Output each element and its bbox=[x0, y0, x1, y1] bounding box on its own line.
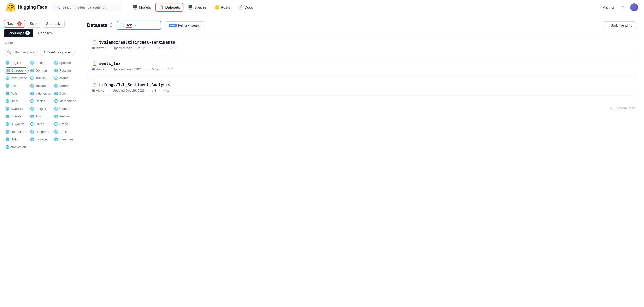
lang-item-arabic[interactable]: 🌐Arabic bbox=[52, 75, 78, 81]
lang-item-bulgarian[interactable]: 🌐Bulgarian bbox=[4, 121, 29, 127]
lang-item-vietnamese[interactable]: 🌐Vietnamese bbox=[52, 98, 78, 104]
language-filter-input[interactable]: 🔍 bbox=[4, 49, 38, 56]
lang-label: Catalan bbox=[59, 107, 70, 111]
sort-button[interactable]: ↑↓ Sort: Trending bbox=[602, 21, 636, 29]
lang-item-greek[interactable]: 🌐Greek bbox=[52, 121, 78, 127]
lang-item-russian[interactable]: 🌐Russian bbox=[52, 67, 78, 73]
nav-item-datasets[interactable]: 📋 Datasets bbox=[155, 3, 183, 11]
lang-item-thai[interactable]: 🌐Thai bbox=[29, 113, 52, 119]
table-icon: ⊞ bbox=[92, 67, 95, 71]
hamburger-menu[interactable]: ≡ bbox=[620, 3, 626, 11]
lang-item-urdu[interactable]: 🌐Urdu bbox=[4, 136, 29, 142]
globe-icon: 🌐 bbox=[6, 99, 10, 103]
dataset-name: 📋 tyqiangz/multilingual-sentiments bbox=[92, 40, 631, 45]
tab-languages-label: Languages bbox=[8, 31, 24, 35]
active-search-box[interactable]: 📄 sen × bbox=[116, 21, 161, 30]
docs-icon: 📄 bbox=[238, 5, 243, 10]
lang-item-italian[interactable]: 🌐Italian bbox=[4, 83, 29, 89]
lang-item-bengali[interactable]: 🌐Bengali bbox=[29, 106, 52, 112]
lang-item-english[interactable]: 🌐English bbox=[4, 60, 29, 66]
language-search-input[interactable] bbox=[12, 50, 34, 54]
separator: • bbox=[163, 67, 164, 71]
globe-icon: 🌐 bbox=[6, 69, 10, 72]
likes-count: 35 bbox=[174, 46, 177, 50]
reset-languages-button[interactable]: ↺ Reset Languages bbox=[40, 49, 75, 56]
lang-item-japanese[interactable]: 🌐Japanese bbox=[29, 83, 52, 89]
lang-item-dutch[interactable]: 🌐Dutch bbox=[52, 90, 78, 96]
lang-item-hungarian[interactable]: 🌐Hungarian bbox=[29, 129, 52, 135]
tab-licenses-label: Licenses bbox=[38, 31, 52, 35]
lang-remove-icon[interactable]: × bbox=[25, 69, 26, 72]
lang-item-catalan[interactable]: 🌐Catalan bbox=[52, 106, 78, 112]
lang-label: Persian bbox=[59, 114, 70, 118]
globe-icon: 🌐 bbox=[30, 137, 34, 141]
global-search[interactable]: 🔍 bbox=[53, 4, 122, 11]
lang-label: Romanian bbox=[10, 130, 25, 133]
dataset-card-tvl-sentiment[interactable]: 📋 scfengv/TVL_Sentiment_Analysis ⊞ Viewe… bbox=[87, 78, 636, 96]
tab-tasks-label: Tasks bbox=[8, 22, 16, 26]
filter-tabs: Tasks 1 Sizes Sub-tasks Languages 1 Lice… bbox=[4, 20, 75, 37]
lang-item-spanish[interactable]: 🌐Spanish bbox=[52, 60, 78, 66]
dataset-title: senti_lex bbox=[99, 61, 120, 66]
globe-icon: 🌐 bbox=[30, 92, 34, 95]
lang-item-hindi[interactable]: 🌐Hindi bbox=[4, 98, 29, 104]
download-count: 3 bbox=[154, 89, 156, 92]
lang-item-german[interactable]: 🌐German bbox=[29, 67, 52, 73]
likes-count: 7 bbox=[171, 67, 172, 71]
lang-item-finnish[interactable]: 🌐Finnish bbox=[4, 113, 29, 119]
globe-icon: 🌐 bbox=[6, 61, 10, 65]
nav-item-posts[interactable]: 🟡 Posts bbox=[211, 3, 234, 11]
lang-item-turkish[interactable]: 🌐Turkish bbox=[29, 75, 52, 81]
lang-item-portuguese[interactable]: 🌐Portuguese bbox=[4, 75, 29, 81]
tab-subtasks[interactable]: Sub-tasks bbox=[43, 20, 65, 28]
content-header: Datasets 3 📄 sen × new Full-text search … bbox=[87, 21, 636, 30]
lang-item-indonesian[interactable]: 🌐Indonesian bbox=[29, 90, 52, 96]
pricing-link[interactable]: Pricing bbox=[600, 4, 616, 11]
download-icon: ↓ bbox=[150, 67, 151, 71]
lang-item-norwegian[interactable]: 🌐Norwegian bbox=[4, 144, 29, 150]
fulltext-label: Full-text search bbox=[178, 23, 202, 27]
tab-sizes-label: Sizes bbox=[30, 22, 38, 26]
lang-item-polish[interactable]: 🌐Polish bbox=[4, 90, 29, 96]
sort-label: ↑↓ Sort: Trending bbox=[606, 23, 632, 27]
lang-label: Bulgarian bbox=[10, 122, 24, 126]
dataset-meta: ⊞ Viewer • Updated Dec 26, 2023 • ↓ 3 • … bbox=[92, 89, 631, 92]
globe-icon: 🌐 bbox=[54, 107, 58, 111]
new-badge: new bbox=[169, 24, 176, 27]
lang-item-persian[interactable]: 🌐Persian bbox=[52, 113, 78, 119]
lang-item-ukrainian[interactable]: 🌐Ukrainian bbox=[52, 136, 78, 142]
lang-item-swedish[interactable]: 🌐Swedish bbox=[4, 106, 29, 112]
search-icon: 🔍 bbox=[56, 5, 60, 9]
avatar[interactable] bbox=[630, 3, 638, 11]
lang-item-korean[interactable]: 🌐Korean bbox=[52, 83, 78, 89]
nav-item-spaces[interactable]: 🖥️ Spaces bbox=[184, 3, 210, 11]
fulltext-search-button[interactable]: new Full-text search bbox=[165, 21, 205, 29]
dataset-card-multilingual-sentiments[interactable]: 📋 tyqiangz/multilingual-sentiments ⊞ Vie… bbox=[87, 36, 636, 54]
lang-item-french[interactable]: 🌐French bbox=[29, 60, 52, 66]
lang-item-czech[interactable]: 🌐Czech bbox=[29, 121, 52, 127]
datasets-icon: 📋 bbox=[159, 5, 164, 10]
dataset-downloads: ↓ 1.25k bbox=[152, 46, 162, 50]
lang-item-danish[interactable]: 🌐Danish bbox=[29, 98, 52, 104]
tab-licenses[interactable]: Licenses bbox=[35, 29, 55, 37]
main-layout: Tasks 1 Sizes Sub-tasks Languages 1 Lice… bbox=[0, 15, 644, 307]
nav-item-models[interactable]: 🖥️ Models bbox=[129, 3, 154, 11]
lang-item-slovenian[interactable]: 🌐Slovenian bbox=[29, 136, 52, 142]
lang-item-chinese[interactable]: 🌐Chinese× bbox=[4, 67, 29, 73]
tab-languages-badge: 1 bbox=[26, 31, 30, 35]
nav-item-docs[interactable]: 📄 Docs bbox=[234, 3, 256, 11]
globe-icon: 🌐 bbox=[30, 61, 34, 65]
lang-item-tamil[interactable]: 🌐Tamil bbox=[52, 129, 78, 135]
search-clear-button[interactable]: × bbox=[134, 23, 136, 27]
tab-tasks[interactable]: Tasks 1 bbox=[4, 20, 25, 28]
globe-icon: 🌐 bbox=[30, 107, 34, 111]
tab-languages[interactable]: Languages 1 bbox=[4, 29, 33, 37]
search-input[interactable] bbox=[62, 5, 119, 9]
tab-sizes[interactable]: Sizes bbox=[27, 20, 42, 28]
globe-icon: 🌐 bbox=[30, 114, 34, 118]
globe-icon: 🌐 bbox=[6, 76, 10, 80]
lang-item-romanian[interactable]: 🌐Romanian bbox=[4, 129, 29, 135]
logo[interactable]: 🤗 Hugging Face bbox=[6, 3, 47, 12]
dataset-card-senti-lex[interactable]: 📋 senti_lex ⊞ Viewer • Updated Jun 8, 20… bbox=[87, 57, 636, 75]
globe-icon: 🌐 bbox=[30, 99, 34, 103]
